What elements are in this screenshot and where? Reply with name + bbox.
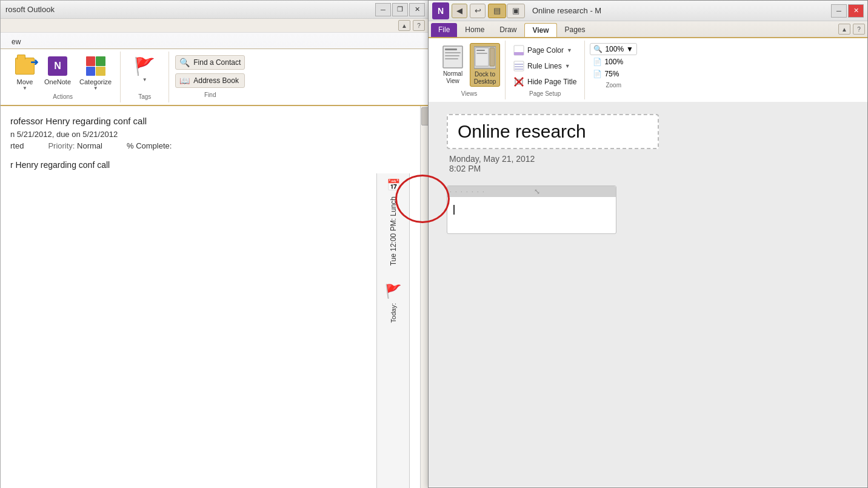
page-time: 8:02 PM [449, 164, 849, 173]
views-items: Normal View Dock to [438, 43, 500, 89]
page-color-label: Page Color [527, 46, 564, 55]
onenote-tab-pages[interactable]: Pages [558, 23, 593, 37]
note-dots: · · · · · · · [450, 189, 486, 195]
outlook-title: rosoft Outlook [5, 5, 375, 14]
hide-page-title-label: Hide Page Title [527, 78, 576, 86]
onenote-tab-home[interactable]: Home [458, 23, 492, 37]
onenote-zoom-group: 🔍 100% ▼ 📄 100% 📄 75% Zoom [585, 41, 642, 99]
zoom-100-item[interactable]: 📄 100% [590, 56, 637, 67]
page-note-box[interactable]: · · · · · · · ⤡ [447, 186, 616, 234]
svg-rect-8 [476, 50, 485, 51]
svg-rect-7 [490, 48, 495, 66]
rule-lines-icon [513, 61, 524, 72]
outlook-ribbon: ew ➜ M [1, 33, 430, 106]
normal-view-label: Normal [443, 70, 462, 77]
rule-lines-label: Rule Lines [527, 62, 562, 70]
hide-page-title-button[interactable]: Hide Page Title [510, 75, 579, 89]
calendar-flag: 🚩 [385, 284, 401, 299]
views-group-label: Views [438, 90, 500, 97]
task-detail: n 5/21/2012, due on 5/21/2012 [10, 130, 420, 139]
page-setup-group-label: Page Setup [510, 90, 579, 97]
zoom-dropdown-arrow: ▼ [626, 45, 633, 53]
onenote-minimize-button[interactable]: ─ [831, 4, 847, 18]
find-contact-button[interactable]: 🔍 Find a Contact [175, 55, 245, 70]
address-book-button[interactable]: 📖 Address Book [175, 73, 245, 88]
dock-to-desktop-icon [473, 45, 497, 70]
categorize-dropdown: ▼ [93, 85, 98, 91]
rule-lines-button[interactable]: Rule Lines ▼ [510, 59, 579, 73]
flag-icon: 🚩 [134, 55, 156, 77]
onenote-ribbon-tabs: File Home Draw View Pages ▲ ? [429, 21, 867, 37]
onenote-undo-button[interactable]: ↩ [470, 4, 486, 18]
onenote-help-button[interactable]: ? [853, 24, 865, 35]
page-color-svg [513, 45, 524, 56]
page-color-button[interactable]: Page Color ▼ [510, 43, 579, 58]
task-priority: Priority: Normal [48, 141, 102, 150]
categorize-button[interactable]: Categorize ▼ [77, 54, 114, 92]
onenote-button[interactable]: N OneNote [42, 54, 73, 87]
onenote-tab-view[interactable]: View [524, 23, 556, 37]
dock-label2: Desktop [474, 78, 496, 85]
outlook-close-button[interactable]: ✕ [409, 3, 425, 16]
cat-square-blue [86, 67, 96, 76]
zoom-75-item[interactable]: 📄 75% [590, 69, 637, 79]
onenote-label: OneNote [44, 78, 71, 85]
find-contact-icon: 🔍 [179, 58, 190, 67]
arrow-overlay: ➜ [30, 56, 38, 68]
zoom-magnifier-icon: 🔍 [593, 45, 603, 53]
outlook-help-button[interactable]: ? [413, 20, 425, 31]
actions-group-label: Actions [53, 93, 73, 100]
zoom-75-icon: 📄 [593, 70, 602, 78]
page-title[interactable]: Online research [447, 114, 659, 149]
outlook-minimize-button[interactable]: ─ [375, 3, 391, 16]
address-book-label: Address Book [193, 76, 239, 85]
svg-rect-11 [514, 52, 524, 55]
onenote-back-button[interactable]: ◀ [452, 4, 467, 18]
categorize-label: Categorize [79, 78, 112, 85]
calendar-today: Today: [390, 303, 397, 323]
onenote-window: N ◀ ↩ ▤ ▣ Online research - M ─ ✕ File H… [428, 0, 868, 488]
zoom-100-label: 100% [604, 58, 623, 66]
page-date: Monday, May 21, 2012 [449, 154, 849, 164]
outlook-ribbon-group-tags: 🚩 ▼ Tags [121, 52, 169, 102]
outlook-win-buttons: ─ ❐ ✕ [375, 3, 425, 16]
onenote-content: Online research Monday, May 21, 2012 8:0… [429, 102, 867, 487]
outlook-collapse-ribbon-button[interactable]: ▲ [398, 20, 410, 31]
rule-lines-arrow: ▼ [565, 63, 570, 69]
zoom-75-label: 75% [604, 70, 619, 78]
move-button[interactable]: ➜ Move ▼ [12, 54, 38, 92]
rule-lines-svg [513, 61, 524, 72]
outlook-restore-button[interactable]: ❐ [392, 3, 408, 16]
cat-square-green [96, 56, 105, 66]
dock-to-desktop-button[interactable]: Dock to Desktop [470, 43, 500, 87]
note-content[interactable] [453, 204, 610, 215]
zoom-100-icon: 📄 [593, 58, 602, 66]
calendar-icon[interactable]: 📅 [387, 178, 400, 192]
categorize-icon [85, 55, 107, 77]
move-label: Move [17, 78, 33, 85]
find-contact-label: Find a Contact [193, 58, 241, 67]
zoom-select-dropdown[interactable]: 🔍 100% ▼ [590, 43, 637, 55]
flag-button[interactable]: 🚩 ▼ [132, 54, 158, 84]
svg-rect-4 [445, 58, 458, 59]
onenote-view-btn-1[interactable]: ▤ [488, 4, 506, 18]
onenote-icon: N [47, 55, 68, 77]
onenote-win-buttons: ─ ✕ [831, 4, 864, 18]
note-header: · · · · · · · ⤡ [447, 186, 616, 197]
onenote-page[interactable]: Online research Monday, May 21, 2012 8:0… [429, 102, 867, 487]
outlook-tab-view[interactable]: ew [5, 35, 27, 48]
onenote-logo: N [432, 2, 449, 19]
onenote-close-button[interactable]: ✕ [848, 4, 864, 18]
calendar-text: Tue 12:00 PM: Lunch [389, 196, 398, 266]
onenote-tab-file[interactable]: File [431, 23, 457, 37]
onenote-tab-draw[interactable]: Draw [492, 23, 524, 37]
hide-page-title-svg [513, 76, 524, 87]
task-subject: rofessor Henry regarding conf call [10, 116, 420, 126]
text-cursor [453, 205, 455, 215]
svg-rect-3 [445, 55, 459, 56]
cat-square-yellow [96, 67, 105, 76]
onenote-view-btn-2[interactable]: ▣ [507, 4, 525, 18]
normal-view-button[interactable]: Normal View [438, 43, 467, 85]
onenote-collapse-ribbon-button[interactable]: ▲ [838, 24, 850, 35]
task-status: rted [10, 141, 24, 150]
